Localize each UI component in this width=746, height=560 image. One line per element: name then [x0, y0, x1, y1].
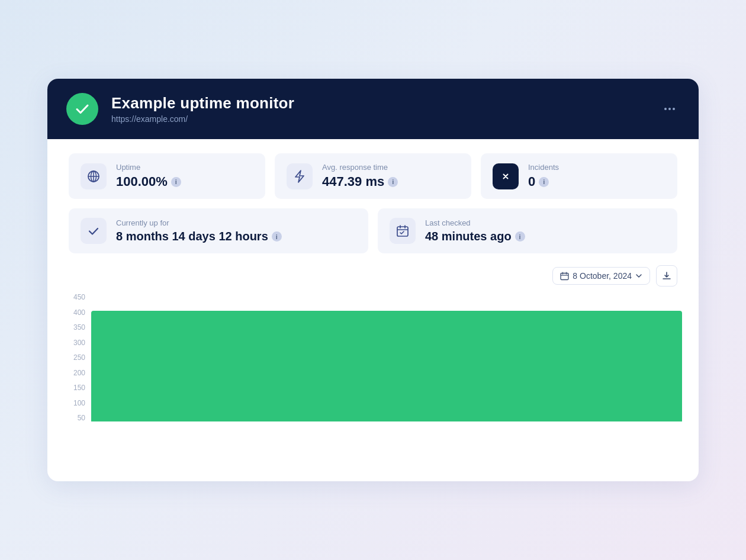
last-checked-info: Last checked 48 minutes ago i	[425, 218, 525, 243]
response-info-icon[interactable]: i	[388, 177, 398, 187]
chevron-down-icon	[635, 272, 642, 279]
globe-icon-wrap	[81, 163, 107, 189]
chart-bar-area	[91, 291, 682, 421]
bolt-icon	[293, 169, 306, 184]
y-label-250: 250	[73, 354, 85, 361]
bolt-icon-wrap	[287, 163, 313, 189]
y-axis: 450 400 350 300 250 200 150 100 50	[64, 291, 85, 421]
monitor-header: Example uptime monitor https://example.c…	[47, 79, 699, 139]
calendar-icon-wrap	[390, 218, 416, 244]
y-label-350: 350	[73, 324, 85, 331]
incidents-card: Incidents 0 i	[481, 153, 677, 199]
last-checked-value: 48 minutes ago	[425, 230, 512, 243]
svg-rect-5	[397, 227, 408, 236]
date-selector-button[interactable]: 8 October, 2024	[552, 267, 650, 285]
uptime-card: Uptime 100.00% i	[69, 153, 265, 199]
y-label-200: 200	[73, 369, 85, 376]
uptime-info-icon[interactable]: i	[171, 177, 181, 187]
download-button[interactable]	[656, 265, 677, 287]
uptime-duration-value: 8 months 14 days 12 hours	[116, 230, 268, 243]
last-checked-card: Last checked 48 minutes ago i	[378, 208, 677, 253]
response-value-row: 447.39 ms i	[322, 174, 398, 189]
uptime-duration-info-icon[interactable]: i	[272, 231, 282, 242]
uptime-duration-label: Currently up for	[116, 218, 282, 227]
uptime-info: Uptime 100.00% i	[116, 163, 181, 189]
chart-area: 450 400 350 300 250 200 150 100 50	[47, 291, 699, 436]
response-label: Avg. response time	[322, 163, 398, 172]
incidents-info-icon[interactable]: i	[539, 177, 549, 187]
incidents-label: Incidents	[528, 163, 559, 172]
y-label-50: 50	[78, 414, 85, 421]
incidents-value-row: 0 i	[528, 174, 559, 189]
uptime-duration-card: Currently up for 8 months 14 days 12 hou…	[69, 208, 368, 253]
more-options-button[interactable]	[660, 105, 680, 112]
checkmark-icon-wrap	[81, 218, 107, 244]
status-row: Currently up for 8 months 14 days 12 hou…	[47, 199, 699, 253]
selected-date: 8 October, 2024	[573, 271, 632, 281]
x-circle-icon	[499, 170, 512, 183]
response-card: Avg. response time 447.39 ms i	[275, 153, 471, 199]
last-checked-value-row: 48 minutes ago i	[425, 230, 525, 243]
uptime-value: 100.00%	[116, 174, 168, 189]
uptime-duration-value-row: 8 months 14 days 12 hours i	[116, 230, 282, 243]
incidents-value: 0	[528, 174, 535, 189]
uptime-value-row: 100.00% i	[116, 174, 181, 189]
y-label-100: 100	[73, 400, 85, 407]
svg-rect-6	[561, 273, 568, 279]
main-card: Example uptime monitor https://example.c…	[47, 79, 699, 481]
monitor-title: Example uptime monitor	[111, 94, 660, 112]
response-bar	[91, 311, 682, 421]
y-label-400: 400	[73, 309, 85, 316]
response-info: Avg. response time 447.39 ms i	[322, 163, 398, 189]
uptime-duration-info: Currently up for 8 months 14 days 12 hou…	[116, 218, 282, 243]
xcircle-icon-wrap	[493, 163, 519, 189]
header-text-block: Example uptime monitor https://example.c…	[111, 94, 660, 124]
download-icon	[662, 271, 671, 281]
globe-icon	[86, 169, 101, 184]
incidents-info: Incidents 0 i	[528, 163, 559, 189]
monitor-url: https://example.com/	[111, 114, 660, 124]
y-label-300: 300	[73, 339, 85, 346]
status-check-icon	[66, 93, 98, 125]
y-label-150: 150	[73, 384, 85, 391]
last-checked-label: Last checked	[425, 218, 525, 227]
chart-controls: 8 October, 2024	[47, 253, 699, 291]
calendar-icon	[396, 224, 409, 237]
uptime-label: Uptime	[116, 163, 181, 172]
last-checked-info-icon[interactable]: i	[515, 231, 525, 242]
calendar-small-icon	[560, 272, 569, 281]
y-label-450: 450	[73, 294, 85, 301]
stats-row: Uptime 100.00% i Avg. response time 447.…	[47, 139, 699, 199]
checkmark-icon	[87, 224, 100, 237]
response-value: 447.39 ms	[322, 174, 384, 189]
